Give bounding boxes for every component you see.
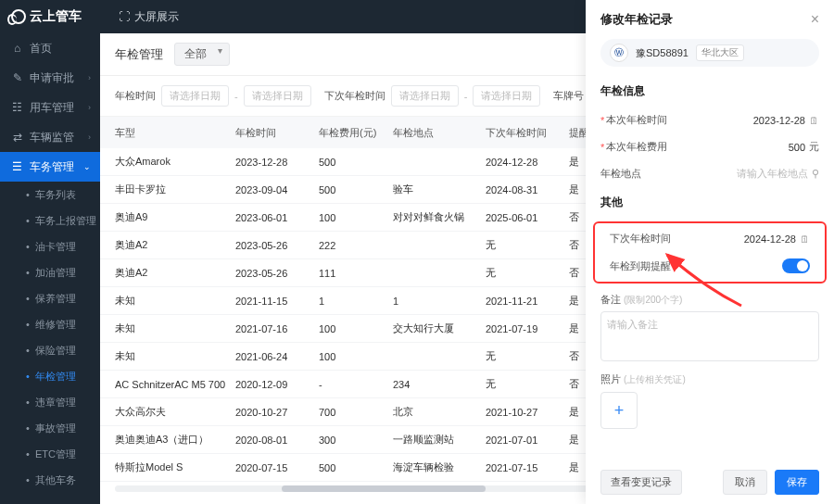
cell: 北京 [393, 405, 486, 419]
sidebar-label: 首页 [30, 41, 52, 57]
sidebar-subitem[interactable]: • 车务列表 [0, 182, 100, 208]
sidebar-item[interactable]: ⌂首页 [0, 33, 100, 63]
sidebar-subitem[interactable]: • 油卡管理 [0, 233, 100, 259]
cell: 2023-05-26 [235, 268, 319, 279]
chevron-right-icon: › [88, 103, 91, 112]
chevron-right-icon: › [88, 73, 91, 82]
field-placeholder[interactable]: 请输入年检地点 ⚲ [737, 167, 819, 181]
field-value[interactable]: 500 元 [789, 140, 819, 154]
sidebar-label: 用车管理 [30, 100, 74, 116]
cloud-icon [11, 9, 26, 24]
panel-footer: 查看变更记录 取消 保存 [586, 460, 834, 504]
cell: 未知 [115, 294, 235, 308]
add-photo-button[interactable]: + [600, 392, 638, 429]
cell: 2021-07-19 [486, 323, 569, 334]
nav-icon: ☷ [11, 102, 23, 114]
car-chip: Ⓦ 豫SD58891 华北大区 [600, 39, 819, 67]
col-header: 年检地点 [393, 126, 486, 140]
brand-logo[interactable]: 云上管车 [11, 8, 82, 25]
cell: 234 [393, 379, 486, 390]
sidebar-subitem[interactable]: • 车务上报管理 [0, 208, 100, 233]
cell: 特斯拉Model S [115, 460, 235, 474]
panel-header: 修改年检记录 × [586, 0, 834, 39]
field-value[interactable]: 2023-12-28 🗓 [753, 115, 819, 126]
cell: 2023-05-26 [235, 240, 319, 251]
sidebar-subitem[interactable]: • 违章管理 [0, 389, 100, 415]
filter-nextdate-from[interactable]: 请选择日期 [391, 85, 459, 107]
nav-icon: ⇄ [11, 132, 23, 144]
save-button[interactable]: 保存 [775, 470, 819, 495]
sidebar-item[interactable]: ☷用车管理› [0, 93, 100, 122]
form-row: 下次年检时间2024-12-28 🗓 [595, 225, 825, 252]
col-header: 年检时间 [235, 126, 319, 140]
nav-icon: ✎ [11, 72, 23, 84]
filter-nextdate-to[interactable]: 请选择日期 [473, 85, 540, 107]
dash: - [464, 91, 468, 102]
filter-date-from[interactable]: 请选择日期 [161, 85, 229, 107]
filter-date-to[interactable]: 请选择日期 [244, 85, 311, 107]
cell: 2025-06-01 [486, 212, 569, 223]
cell: 未知 [115, 349, 235, 363]
sidebar-label: 车辆监管 [30, 130, 74, 145]
cell: 2021-11-15 [235, 296, 319, 307]
cell: 2021-10-27 [486, 407, 569, 418]
screen-icon: ⛶ [119, 10, 130, 23]
edit-panel: 修改年检记录 × Ⓦ 豫SD58891 华北大区 年检信息 *本次年检时间202… [586, 0, 834, 504]
cell: 2020-12-09 [235, 379, 319, 390]
filter-all-select[interactable]: 全部 [174, 43, 230, 66]
cell: 未知 [115, 321, 235, 335]
sidebar-label: 车务管理 [30, 159, 74, 175]
cell: AC SchnitzerAC M5 700 [115, 379, 235, 390]
cell: 无 [486, 349, 569, 363]
cell: 500 [319, 462, 393, 473]
nav-icon: ⌂ [11, 43, 23, 55]
page-title: 年检管理 [115, 46, 163, 63]
col-header: 下次年检时间 [486, 126, 569, 140]
big-screen-link[interactable]: ⛶ 大屏展示 [119, 9, 179, 25]
reminder-switch[interactable] [782, 258, 810, 273]
sidebar-subitem[interactable]: • 加油管理 [0, 259, 100, 285]
cell: 2021-07-16 [235, 323, 319, 334]
brand-text: 云上管车 [30, 8, 82, 25]
cell: 大众Amarok [115, 155, 235, 169]
nav-icon: ☰ [11, 161, 23, 173]
sidebar-item-active[interactable]: ☰车务管理⌄ [0, 152, 100, 182]
cell: 奥迪A9 [115, 210, 235, 224]
form-row: *本次年检费用500 元 [586, 133, 834, 160]
cell: 100 [319, 212, 393, 223]
sidebar-subitem[interactable]: • 保险管理 [0, 337, 100, 363]
field-label: *本次年检费用 [600, 140, 667, 154]
cell: 2023-06-01 [235, 212, 319, 223]
sidebar-subitem[interactable]: • 保养管理 [0, 285, 100, 311]
scrollbar-thumb[interactable] [282, 485, 486, 492]
cell: 111 [319, 268, 393, 279]
form-row: *本次年检时间2023-12-28 🗓 [586, 107, 834, 133]
field-value[interactable]: 2024-12-28 🗓 [744, 233, 810, 245]
sidebar-item[interactable]: ✎申请审批› [0, 63, 100, 93]
sidebar-subitem[interactable]: • 事故管理 [0, 415, 100, 441]
close-icon[interactable]: × [811, 11, 819, 28]
history-button[interactable]: 查看变更记录 [600, 470, 682, 495]
sidebar-subitem[interactable]: • ETC管理 [0, 441, 100, 467]
cell: 1 [319, 296, 393, 307]
cell: 2020-10-27 [235, 407, 319, 418]
cell: 验车 [393, 183, 486, 196]
remark-section: 备注 (限制200个字) 请输入备注 [586, 287, 834, 367]
cell: 海淀车辆检验 [393, 460, 486, 474]
sidebar-subitem[interactable]: • 维修管理 [0, 311, 100, 337]
cancel-button[interactable]: 取消 [723, 470, 767, 495]
dash: - [234, 91, 238, 102]
field-label: 下次年检时间 [610, 232, 671, 246]
panel-title: 修改年检记录 [600, 11, 673, 28]
sidebar-item[interactable]: ⇄车辆监管› [0, 122, 100, 152]
cell: 2021-07-15 [486, 462, 569, 473]
sidebar-subitem[interactable]: • 其他车务 [0, 467, 100, 493]
remark-textarea[interactable]: 请输入备注 [600, 311, 819, 361]
photo-hint: (上传相关凭证) [624, 374, 686, 384]
field-label: 年检地点 [600, 167, 641, 181]
col-header: 年检费用(元) [319, 126, 393, 140]
form-row: 年检到期提醒 [595, 252, 825, 280]
sidebar-subitem[interactable]: • 年检管理 [0, 363, 100, 389]
cell: 一路顺监测站 [393, 433, 486, 447]
field-label: *本次年检时间 [600, 113, 667, 127]
